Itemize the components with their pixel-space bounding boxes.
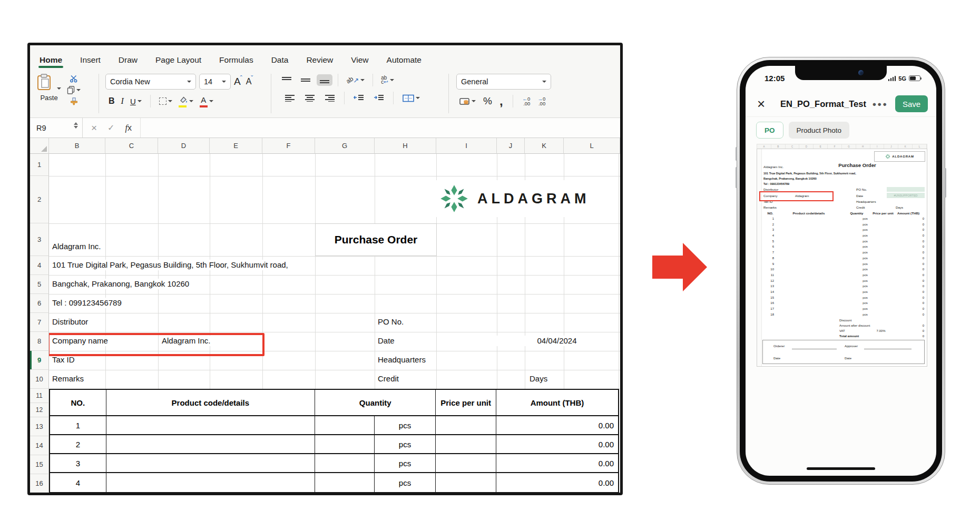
company-cell[interactable]: Aldagram Inc.	[50, 241, 103, 252]
po-title-cell[interactable]: Purchase Order	[315, 223, 437, 256]
align-middle-button[interactable]	[298, 74, 313, 86]
distributor-label-cell[interactable]: Distributor	[50, 317, 90, 327]
grow-font-button[interactable]: Aˆ	[234, 76, 243, 87]
number-format-select[interactable]: General	[456, 74, 551, 90]
cancel-entry-icon[interactable]: ×	[91, 122, 97, 134]
table-header-quantity[interactable]: Quantity	[315, 390, 436, 415]
row-header[interactable]: 12	[30, 403, 49, 417]
column-header[interactable]: B	[49, 138, 105, 154]
borders-button[interactable]	[159, 97, 172, 105]
table-header-product[interactable]: Product code/details	[106, 390, 316, 415]
row-header[interactable]: 10	[30, 370, 49, 389]
tab-product-photo[interactable]: Product Photo	[789, 122, 850, 139]
italic-button[interactable]: I	[121, 96, 124, 106]
row-header[interactable]: 2	[30, 176, 49, 223]
align-left-button[interactable]	[282, 92, 298, 104]
decrease-decimal-button[interactable]: →0.00	[537, 96, 545, 106]
fill-color-button[interactable]	[179, 95, 193, 107]
ribbon-tab-view[interactable]: View	[350, 51, 369, 70]
cut-button[interactable]	[67, 75, 81, 83]
date-label-cell[interactable]: Date	[376, 336, 397, 346]
tab-po[interactable]: PO	[756, 122, 783, 139]
table-header-no[interactable]: NO.	[50, 390, 106, 415]
insert-function-icon[interactable]: fx	[125, 123, 132, 133]
column-header[interactable]: J	[497, 138, 525, 154]
align-center-button[interactable]	[302, 92, 318, 104]
address-line2-cell[interactable]: Bangchak, Prakanong, Bangkok 10260	[50, 279, 191, 289]
ribbon-tab-data[interactable]: Data	[270, 51, 290, 70]
column-header[interactable]: E	[210, 138, 262, 154]
table-row[interactable]: 2pcs0.00	[50, 435, 618, 454]
column-header[interactable]: I	[436, 138, 497, 154]
ribbon-tab-automate[interactable]: Automate	[386, 51, 423, 70]
column-header[interactable]: L	[564, 138, 620, 154]
table-row[interactable]: 4pcs0.00	[50, 473, 618, 492]
table-header-price[interactable]: Price per unit	[436, 390, 496, 415]
ribbon-tab-formulas[interactable]: Formulas	[218, 51, 254, 70]
row-header[interactable]: 16	[30, 474, 49, 493]
tel-cell[interactable]: Tel : 099123456789	[50, 298, 124, 308]
confirm-entry-icon[interactable]: ✓	[107, 123, 114, 133]
save-button[interactable]: Save	[895, 95, 928, 112]
column-header[interactable]: K	[525, 138, 564, 154]
sheet-cells[interactable]: ALDAGRAM Purchase Order Aldagram Inc. 10…	[49, 154, 620, 493]
decrease-indent-button[interactable]	[351, 92, 367, 104]
copy-button[interactable]	[67, 86, 81, 94]
merge-center-button[interactable]	[400, 92, 423, 104]
increase-decimal-button[interactable]: ←0.00	[523, 96, 531, 106]
row-header[interactable]: 13	[30, 417, 49, 436]
remarks-label-cell[interactable]: Remarks	[50, 374, 86, 384]
accounting-format-button[interactable]	[459, 97, 476, 105]
row-header[interactable]: 1	[30, 154, 49, 176]
comma-style-button[interactable]: ,	[499, 99, 503, 104]
formula-input[interactable]	[140, 118, 620, 138]
ribbon-tab-review[interactable]: Review	[305, 51, 334, 70]
align-bottom-button[interactable]	[317, 74, 332, 86]
more-options-icon[interactable]: ●●●	[872, 100, 888, 108]
ribbon-tab-insert[interactable]: Insert	[79, 51, 102, 70]
close-icon[interactable]: ×	[757, 97, 773, 111]
shrink-font-button[interactable]: Aˇ	[246, 77, 254, 86]
percent-style-button[interactable]: %	[483, 95, 492, 107]
align-top-button[interactable]	[279, 74, 295, 86]
column-header[interactable]: F	[262, 138, 315, 154]
days-label-cell[interactable]: Days	[527, 374, 550, 384]
address-line1-cell[interactable]: 101 True Digital Park, Pegasus Building,…	[50, 260, 290, 270]
column-header[interactable]: C	[105, 138, 158, 154]
orientation-button[interactable]: ab↗	[344, 74, 367, 86]
font-name-select[interactable]: Cordia New	[105, 74, 196, 90]
po-preview[interactable]: AB CD EF GH IJ KL	[757, 144, 927, 367]
credit-label-cell[interactable]: Credit	[376, 374, 401, 384]
increase-indent-button[interactable]	[371, 92, 387, 104]
row-header[interactable]: 14	[30, 436, 49, 455]
row-header[interactable]: 3	[30, 223, 49, 256]
wrap-text-button[interactable]: abc↩	[378, 74, 396, 86]
paste-button[interactable]: Paste	[35, 74, 63, 116]
ribbon-tab-page-layout[interactable]: Page Layout	[154, 51, 202, 70]
select-all-corner[interactable]	[30, 138, 49, 154]
po-no-label-cell[interactable]: PO No.	[376, 317, 406, 327]
format-painter-button[interactable]	[67, 97, 81, 105]
font-color-button[interactable]: A	[200, 95, 213, 107]
name-box[interactable]: R9	[30, 118, 83, 138]
row-header-selected[interactable]: 9	[30, 351, 49, 370]
name-box-stepper[interactable]	[74, 122, 78, 129]
align-right-button[interactable]	[322, 92, 338, 104]
row-header[interactable]: 7	[30, 313, 49, 332]
row-header[interactable]: 15	[30, 455, 49, 474]
row-header[interactable]: 5	[30, 275, 49, 294]
row-header[interactable]: 6	[30, 294, 49, 313]
column-header[interactable]: D	[158, 138, 210, 154]
headquarters-label-cell[interactable]: Headquarters	[376, 355, 428, 365]
table-row[interactable]: 1pcs0.00	[50, 416, 618, 435]
row-header[interactable]: 11	[30, 389, 49, 403]
ribbon-tab-draw[interactable]: Draw	[117, 51, 139, 70]
table-row[interactable]: 3pcs0.00	[50, 454, 618, 473]
date-value-cell[interactable]: 04/04/2024	[497, 336, 617, 346]
tax-id-label-cell[interactable]: Tax ID	[50, 355, 77, 365]
bold-button[interactable]: B	[109, 96, 115, 106]
font-size-select[interactable]: 14	[199, 74, 231, 90]
column-header[interactable]: G	[315, 138, 375, 154]
underline-button[interactable]: U	[130, 97, 142, 106]
row-header[interactable]: 4	[30, 256, 49, 275]
